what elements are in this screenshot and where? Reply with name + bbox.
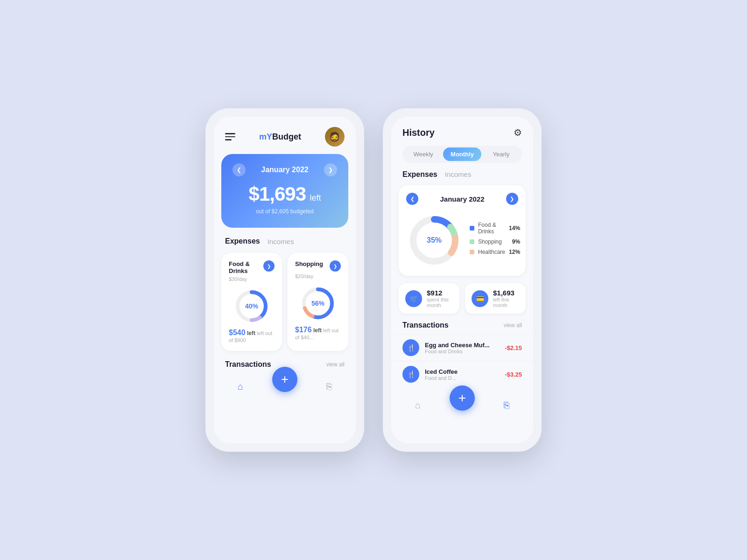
- chart-next-button[interactable]: ❯: [506, 193, 518, 205]
- stat-card-spent: 🛒 $912 spent this month: [399, 283, 459, 314]
- cart-icon: 🛒: [405, 290, 422, 307]
- chart-month: January 2022: [440, 195, 484, 203]
- expense-card-shopping: Shopping ❯ $20/day 56%: [288, 253, 348, 351]
- expense-card-arrow-food[interactable]: ❯: [263, 260, 275, 272]
- chart-nav: ❮ January 2022 ❯: [406, 193, 518, 205]
- transactions-title: Transactions: [225, 360, 271, 369]
- trans-name-1: Iced Coffee: [425, 368, 499, 375]
- donut-big: 35%: [406, 212, 462, 268]
- stat-info-left: $1,693 left this month: [493, 289, 519, 308]
- history-home-icon[interactable]: ⌂: [415, 400, 421, 411]
- donut-shopping-label: 56%: [311, 300, 324, 307]
- legend-pct-shopping: 9%: [512, 238, 520, 245]
- stat-info-spent: $912 spent this month: [427, 289, 453, 308]
- trans-amount-0: -$2.15: [505, 344, 522, 351]
- stat-left-label: left this month: [493, 297, 519, 308]
- stat-spent-amount: $912: [427, 289, 453, 297]
- history-tab-incomes[interactable]: Incomes: [445, 170, 472, 179]
- stat-left-amount: $1,693: [493, 289, 519, 297]
- legend-name-healthcare: Healthcare: [478, 249, 505, 255]
- trans-amount-1: -$3.25: [505, 371, 522, 378]
- stats-row: 🛒 $912 spent this month 💳 $1,693 left th…: [391, 283, 533, 321]
- budget-month: January 2022: [261, 166, 308, 174]
- legend-dot-healthcare: [470, 250, 474, 254]
- history-title: History: [402, 127, 435, 138]
- legend-food: Food & Drinks 14%: [470, 222, 520, 235]
- trans-item-0[interactable]: 🍴 Egg and Cheese Muf... Food and Drinks …: [391, 334, 533, 361]
- expense-shopping-left: left: [313, 327, 323, 334]
- next-month-button[interactable]: ❯: [324, 163, 337, 176]
- history-view-all[interactable]: view all: [504, 322, 522, 329]
- logo-my: mY: [259, 132, 272, 141]
- expense-food-left: left: [247, 330, 257, 336]
- expense-shopping-amount: $176: [295, 326, 312, 334]
- expense-card-sub-food: $30/day: [229, 276, 275, 282]
- wallet-icon: 💳: [472, 290, 488, 307]
- trans-item-1[interactable]: 🍴 Iced Coffee Food and D... -$3.25: [391, 361, 533, 387]
- tab-incomes[interactable]: Incomes: [268, 238, 294, 245]
- phone2-header: History ⚙: [391, 117, 533, 146]
- donut-shopping: 56%: [299, 285, 337, 322]
- expense-card-title-shopping: Shopping: [295, 260, 323, 267]
- prev-month-button[interactable]: ❮: [233, 163, 246, 176]
- legend-name-food: Food & Drinks: [478, 222, 505, 235]
- expense-grid: Food & Drinks ❯ $30/day 40: [214, 253, 356, 360]
- budget-left-label: left: [310, 193, 321, 203]
- user-avatar[interactable]: 🧔: [325, 127, 345, 147]
- chart-prev-button[interactable]: ❮: [406, 193, 418, 205]
- phone-1-screen: mYBudget 🧔 ❮ January 2022 ❯ $1,693 left: [214, 117, 356, 443]
- history-add-fab[interactable]: +: [450, 385, 475, 411]
- legend-dot-shopping: [470, 239, 474, 244]
- period-btn-weekly[interactable]: Weekly: [404, 147, 442, 161]
- add-fab-button[interactable]: +: [272, 367, 297, 392]
- phone-2-screen: History ⚙ Weekly Monthly Yearly Expenses…: [391, 117, 533, 443]
- phone-2: History ⚙ Weekly Monthly Yearly Expenses…: [383, 108, 542, 452]
- period-btn-monthly[interactable]: Monthly: [443, 147, 481, 161]
- history-bottom-nav: ⌂ + ⎘: [391, 393, 533, 419]
- chart-icon[interactable]: ⎘: [326, 381, 332, 392]
- stat-card-left: 💳 $1,693 left this month: [465, 283, 526, 314]
- transactions-view-all[interactable]: view all: [326, 361, 345, 368]
- stat-spent-label: spent this month: [427, 297, 453, 308]
- expense-food-amount: $540: [229, 329, 246, 336]
- trans-info-0: Egg and Cheese Muf... Food and Drinks: [425, 342, 499, 354]
- legend-pct-food: 14%: [509, 225, 520, 231]
- period-btn-yearly[interactable]: Yearly: [482, 147, 520, 161]
- phone-1: mYBudget 🧔 ❮ January 2022 ❯ $1,693 left: [205, 108, 364, 452]
- trans-cat-1: Food and D...: [425, 375, 499, 381]
- chart-legend: Food & Drinks 14% Shopping 9% Healthcare: [470, 222, 520, 259]
- legend-pct-healthcare: 12%: [509, 249, 520, 255]
- history-transactions-header: Transactions view all: [391, 321, 533, 334]
- trans-icon-1: 🍴: [402, 366, 419, 383]
- history-tabs: Expenses Incomes: [391, 170, 533, 179]
- logo-budget: Budget: [272, 132, 301, 141]
- trans-cat-0: Food and Drinks: [425, 349, 499, 354]
- donut-food-label: 40%: [245, 302, 258, 310]
- budget-subtitle: out of $2,605 budgeted: [233, 208, 337, 215]
- period-toggle: Weekly Monthly Yearly: [402, 146, 522, 163]
- budget-card: ❮ January 2022 ❯ $1,693 left out of $2,6…: [221, 154, 348, 228]
- bottom-nav: ⌂ + ⎘: [214, 374, 356, 400]
- phone1-header: mYBudget 🧔: [214, 117, 356, 154]
- budget-amount: $1,693: [249, 183, 306, 205]
- home-icon[interactable]: ⌂: [238, 381, 243, 392]
- expense-card-food: Food & Drinks ❯ $30/day 40: [221, 253, 282, 351]
- expense-card-arrow-shopping[interactable]: ❯: [330, 260, 341, 272]
- menu-icon[interactable]: [225, 133, 235, 140]
- donut-big-label: 35%: [427, 236, 442, 245]
- history-chart-icon[interactable]: ⎘: [504, 400, 509, 411]
- history-tab-expenses[interactable]: Expenses: [402, 170, 437, 179]
- donut-food: 40%: [233, 287, 270, 325]
- chart-body: 35% Food & Drinks 14% Shopping: [406, 212, 518, 268]
- app-logo: mYBudget: [259, 132, 301, 142]
- expense-income-tabs: Expenses Incomes: [214, 237, 356, 245]
- trans-icon-0: 🍴: [402, 339, 419, 356]
- legend-dot-food: [470, 226, 474, 231]
- settings-icon[interactable]: ⚙: [514, 127, 522, 138]
- history-transactions-title: Transactions: [402, 321, 449, 329]
- legend-healthcare: Healthcare 12%: [470, 249, 520, 255]
- trans-name-0: Egg and Cheese Muf...: [425, 342, 499, 349]
- tab-expenses[interactable]: Expenses: [225, 237, 260, 245]
- legend-shopping: Shopping 9%: [470, 238, 520, 245]
- legend-name-shopping: Shopping: [478, 238, 508, 245]
